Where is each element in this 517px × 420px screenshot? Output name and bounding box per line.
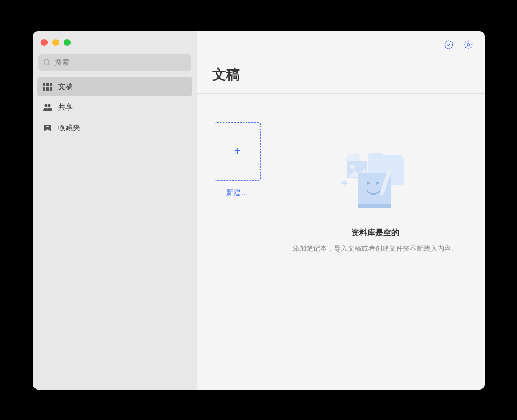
svg-rect-13 (368, 153, 383, 159)
empty-state: 资料库是空的 添加笔记本，导入文稿或者创建文件夹不断装入内容。 (283, 122, 468, 361)
nav-list: 文稿 共享 (33, 77, 197, 139)
search-input[interactable] (55, 58, 186, 67)
svg-rect-7 (50, 87, 52, 91)
svg-rect-6 (46, 87, 49, 91)
main-content: 文稿 + 新建… (197, 31, 485, 390)
toolbar (197, 31, 485, 59)
people-icon (43, 103, 52, 111)
svg-point-8 (44, 104, 47, 107)
svg-rect-4 (50, 83, 52, 86)
sidebar-item-documents[interactable]: 文稿 (37, 77, 192, 96)
grid-icon (43, 83, 52, 91)
search-container (33, 50, 197, 77)
svg-point-0 (44, 59, 48, 64)
maximize-window-button[interactable] (64, 39, 71, 46)
content-header: 文稿 (197, 59, 485, 94)
sidebar: 文稿 共享 (33, 31, 197, 390)
sidebar-item-label: 文稿 (58, 81, 73, 92)
svg-rect-2 (43, 83, 45, 86)
bookmark-icon (43, 124, 52, 132)
page-title: 文稿 (212, 65, 470, 84)
svg-point-16 (352, 153, 360, 161)
search-icon (43, 59, 51, 67)
new-document-label: 新建… (215, 188, 261, 198)
svg-point-10 (445, 41, 453, 49)
app-window: 文稿 共享 (33, 31, 485, 390)
empty-state-subtitle: 添加笔记本，导入文稿或者创建文件夹不断装入内容。 (293, 244, 458, 254)
svg-rect-5 (43, 87, 45, 91)
content-body: + 新建… (197, 94, 485, 390)
search-box[interactable] (38, 54, 191, 71)
settings-icon[interactable] (463, 40, 473, 50)
sidebar-item-favorites[interactable]: 收藏夹 (37, 118, 192, 138)
new-document-card[interactable]: + 新建… (215, 122, 261, 361)
svg-rect-3 (46, 83, 49, 86)
sidebar-item-shared[interactable]: 共享 (37, 98, 192, 117)
window-controls (33, 31, 197, 50)
svg-point-18 (350, 165, 355, 169)
minimize-window-button[interactable] (52, 39, 59, 46)
close-window-button[interactable] (41, 39, 48, 46)
sidebar-item-label: 收藏夹 (58, 123, 80, 133)
svg-rect-20 (358, 204, 391, 208)
svg-point-9 (48, 104, 50, 107)
new-document-box: + (215, 122, 261, 181)
sync-status-icon[interactable] (444, 40, 454, 50)
svg-line-1 (48, 63, 49, 65)
empty-illustration (335, 145, 415, 214)
sidebar-item-label: 共享 (58, 102, 73, 112)
svg-point-11 (467, 43, 469, 46)
empty-state-title: 资料库是空的 (351, 228, 399, 238)
plus-icon: + (234, 145, 241, 158)
